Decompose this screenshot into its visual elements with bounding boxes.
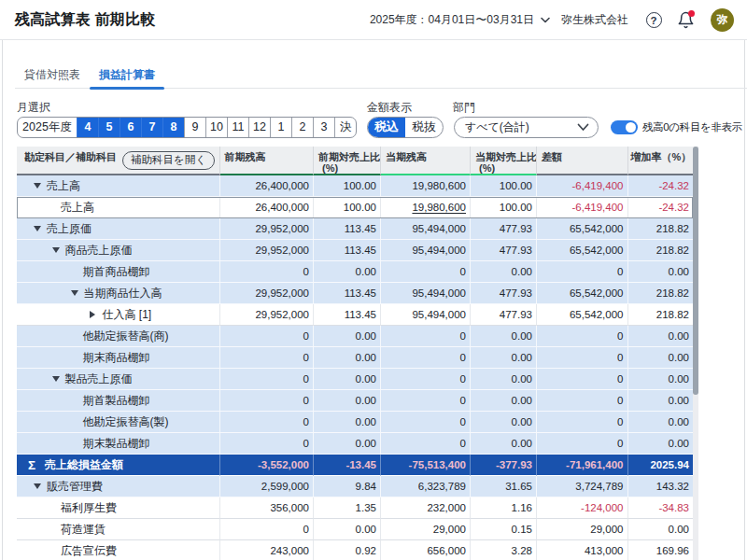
value-link[interactable]: 19,980,600 xyxy=(412,202,466,213)
table-row[interactable]: 期首商品棚卸00.0000.0000.00 xyxy=(17,261,693,283)
table-row[interactable]: 販売管理費2,599,0009.846,323,78931.653,724,78… xyxy=(17,476,693,497)
notification-button[interactable] xyxy=(671,7,699,35)
account-name-cell[interactable]: 期末商品棚卸 xyxy=(17,347,220,369)
value-cell: -13.45 xyxy=(314,455,381,476)
value-text: 0.92 xyxy=(356,545,376,556)
fiscal-year-label: 2025年度：04月01日〜03月31日 xyxy=(370,12,534,28)
table-row[interactable]: 製品売上原価00.0000.0000.00 xyxy=(17,369,693,390)
month-segment-8[interactable]: 8 xyxy=(162,118,184,137)
month-select-label: 月選択 xyxy=(17,100,50,116)
value-text: 0.00 xyxy=(356,266,376,277)
hide-zero-toggle[interactable] xyxy=(611,120,638,134)
vertical-scrollbar[interactable] xyxy=(693,147,698,560)
value-cell: 0.00 xyxy=(628,369,694,390)
month-segment-5[interactable]: 5 xyxy=(98,118,120,137)
value-text: 0.00 xyxy=(512,438,532,449)
value-text: 65,542,000 xyxy=(570,223,624,234)
value-text: 0.00 xyxy=(356,395,376,406)
account-name-cell[interactable]: 荷造運賃 xyxy=(17,519,220,540)
account-name-cell[interactable]: 他勘定振替高(商) xyxy=(17,326,220,347)
value-cell: 0 xyxy=(537,412,628,433)
collapse-triangle-icon[interactable] xyxy=(52,247,65,253)
value-text: 218.82 xyxy=(656,245,689,256)
table-row[interactable]: 他勘定振替高(商)00.0000.0000.00 xyxy=(17,326,693,347)
expand-triangle-icon[interactable] xyxy=(90,311,103,318)
month-segment-3[interactable]: 3 xyxy=(313,118,334,137)
department-dropdown[interactable]: すべて(合計) xyxy=(454,117,599,138)
value-text: 232,000 xyxy=(427,502,466,513)
month-segment-9[interactable]: 9 xyxy=(184,118,205,137)
month-segment-決[interactable]: 決 xyxy=(334,118,356,137)
account-name-cell[interactable]: 他勘定振替高(製) xyxy=(17,412,220,433)
tab-profit-loss[interactable]: 損益計算書 xyxy=(90,62,164,88)
month-segment-7[interactable]: 7 xyxy=(141,118,162,137)
month-segment-1[interactable]: 1 xyxy=(270,118,291,137)
value-cell: 29,952,000 xyxy=(220,283,315,304)
table-row[interactable]: 福利厚生費356,0001.35232,0001.16-124,000-34.8… xyxy=(17,497,693,519)
account-name-cell[interactable]: 当期商品仕入高 xyxy=(17,283,220,304)
table-row[interactable]: 期末製品棚卸00.0000.0000.00 xyxy=(17,433,693,455)
account-name-cell[interactable]: 売上原価 xyxy=(17,218,220,240)
value-cell: 477.93 xyxy=(471,218,537,240)
value-cell: 26,400,000 xyxy=(220,175,315,197)
value-text: -75,513,400 xyxy=(409,459,466,470)
collapse-triangle-icon[interactable] xyxy=(34,183,47,189)
account-name-cell[interactable]: 売上高 xyxy=(17,197,220,218)
table-row[interactable]: 期末商品棚卸00.0000.0000.00 xyxy=(17,347,693,369)
collapse-triangle-icon[interactable] xyxy=(52,376,65,382)
month-segment-2[interactable]: 2 xyxy=(291,118,313,137)
account-name-label: 期首製品棚卸 xyxy=(83,393,150,409)
value-cell: 0 xyxy=(537,390,628,412)
account-name-cell[interactable]: 商品売上原価 xyxy=(17,240,220,261)
fiscal-year-segment[interactable]: 2025年度 xyxy=(18,118,77,137)
table-total-row[interactable]: Σ売上総損益金額-3,552,000-13.45-75,513,400-377.… xyxy=(17,455,693,476)
month-selector: 2025年度 456789101112123決 xyxy=(17,117,357,138)
month-segment-6[interactable]: 6 xyxy=(120,118,141,137)
month-segment-12[interactable]: 12 xyxy=(248,118,270,137)
column-header-difference: 差額 xyxy=(537,147,628,175)
value-text: 0 xyxy=(617,373,623,385)
value-cell: 218.82 xyxy=(628,240,694,261)
account-name-cell[interactable]: 売上高 xyxy=(17,175,220,197)
table-row[interactable]: 商品売上原価29,952,000113.4595,494,000477.9365… xyxy=(17,240,693,261)
table-row[interactable]: 荷造運賃00.0029,0000.1529,0000.00 xyxy=(17,519,693,540)
collapse-triangle-icon[interactable] xyxy=(34,483,47,489)
account-name-cell[interactable]: 広告宣伝費 xyxy=(17,540,220,560)
scrollbar-thumb[interactable] xyxy=(693,147,698,395)
table-row[interactable]: 当期商品仕入高29,952,000113.4595,494,000477.936… xyxy=(17,283,693,304)
tab-balance-sheet[interactable]: 貸借対照表 xyxy=(15,62,90,88)
table-row[interactable]: 仕入高 [1]29,952,000113.4595,494,000477.936… xyxy=(17,304,693,326)
help-button[interactable]: ? xyxy=(640,7,668,35)
collapse-triangle-icon[interactable] xyxy=(71,290,84,296)
table-row[interactable]: 売上高26,400,000100.0019,980,600100.00-6,41… xyxy=(17,175,693,197)
month-segment-11[interactable]: 11 xyxy=(227,118,248,137)
value-cell: 0 xyxy=(381,433,471,455)
value-text: 0.00 xyxy=(512,330,532,342)
account-name-cell[interactable]: 期首商品棚卸 xyxy=(17,261,220,283)
table-row[interactable]: 売上高26,400,000100.0019,980,600100.00-6,41… xyxy=(17,197,693,218)
table-row[interactable]: 売上原価29,952,000113.4595,494,000477.9365,5… xyxy=(17,218,693,240)
account-name-cell[interactable]: 製品売上原価 xyxy=(17,369,220,390)
account-name-cell[interactable]: 期末製品棚卸 xyxy=(17,433,220,455)
account-name-cell[interactable]: 期首製品棚卸 xyxy=(17,390,220,412)
account-name-cell[interactable]: 福利厚生費 xyxy=(17,497,220,519)
table-row[interactable]: 他勘定振替高(製)00.0000.0000.00 xyxy=(17,412,693,433)
table-row[interactable]: 期首製品棚卸00.0000.0000.00 xyxy=(17,390,693,412)
value-cell: 100.00 xyxy=(471,197,537,218)
account-name-cell[interactable]: 仕入高 [1] xyxy=(17,304,220,326)
avatar[interactable]: 弥 xyxy=(711,8,734,32)
account-name-cell[interactable]: 販売管理費 xyxy=(17,476,220,497)
value-cell: 0.00 xyxy=(314,261,381,283)
month-segment-4[interactable]: 4 xyxy=(77,118,98,137)
account-name-cell[interactable]: Σ売上総損益金額 xyxy=(17,455,220,476)
value-text: 113.45 xyxy=(345,309,376,320)
tax-included-button[interactable]: 税込 xyxy=(368,118,405,137)
open-sub-accounts-button[interactable]: 補助科目を開く xyxy=(122,151,215,170)
fiscal-year-selector[interactable]: 2025年度：04月01日〜03月31日 xyxy=(370,12,550,28)
collapse-triangle-icon[interactable] xyxy=(34,226,47,231)
tax-excluded-button[interactable]: 税抜 xyxy=(405,118,443,137)
account-name-label: 荷造運賃 xyxy=(61,522,106,538)
value-cell: 29,952,000 xyxy=(220,304,315,326)
month-segment-10[interactable]: 10 xyxy=(205,118,227,137)
table-row[interactable]: 広告宣伝費243,0000.92656,0003.28413,000169.96 xyxy=(17,540,693,560)
